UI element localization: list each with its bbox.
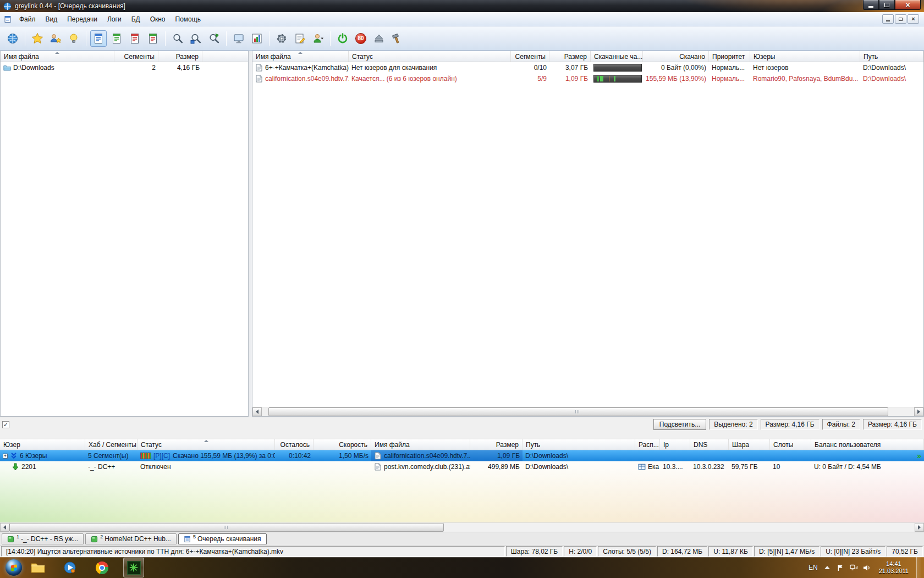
transfers-scrollbar[interactable] bbox=[0, 522, 924, 532]
network-stats-button[interactable] bbox=[249, 30, 265, 47]
network-icon[interactable] bbox=[849, 563, 858, 572]
expand-button[interactable]: + bbox=[3, 454, 8, 459]
transfers-splitter[interactable] bbox=[0, 432, 924, 439]
taskbar-media-player-button[interactable] bbox=[59, 558, 80, 577]
show-desktop-button[interactable] bbox=[916, 557, 921, 578]
column-header[interactable]: Имя файла bbox=[252, 51, 349, 62]
queue-file-row[interactable]: 6+-+Камчатка+(Kamchatka)....Нет юзеров д… bbox=[252, 62, 923, 73]
connect-button[interactable] bbox=[4, 30, 21, 47]
mdi-minimize-button[interactable] bbox=[882, 14, 894, 24]
highlight-button[interactable]: Подсветить... bbox=[653, 419, 707, 430]
window-tab[interactable]: 2HomeNet DC++ Hub... bbox=[85, 533, 177, 544]
column-header[interactable]: Шара bbox=[729, 439, 770, 450]
mdi-close-button[interactable]: × bbox=[908, 14, 919, 24]
status-cell: U: [0][N] 23 Байт/s bbox=[821, 546, 886, 557]
window-tab[interactable]: 1-_- DC++ - RS уж... bbox=[2, 533, 84, 544]
column-header[interactable]: Ip bbox=[660, 439, 690, 450]
column-header[interactable]: Размер bbox=[158, 51, 202, 62]
column-header[interactable]: Юзеры bbox=[750, 51, 860, 62]
column-header[interactable]: Юзер bbox=[0, 439, 85, 450]
away-button[interactable] bbox=[310, 30, 326, 47]
menu-item[interactable]: Передачи bbox=[62, 13, 102, 25]
search-button[interactable] bbox=[169, 30, 186, 47]
column-header[interactable]: Слоты bbox=[770, 439, 811, 450]
power-button[interactable] bbox=[334, 30, 351, 47]
transfer-row[interactable]: +6 Юзеры5 Сегмент(ы)[P][C]Скачано 155,59… bbox=[0, 450, 924, 461]
scroll-left-button[interactable] bbox=[0, 523, 9, 532]
notepad-button[interactable] bbox=[292, 30, 308, 47]
column-header[interactable]: DNS bbox=[690, 439, 729, 450]
queue-footer-stats: Подсветить... Выделено: 2Размер: 4,16 ГБ… bbox=[653, 419, 922, 430]
transfers-view-button[interactable] bbox=[230, 30, 247, 47]
column-header[interactable]: Скачано bbox=[643, 51, 709, 62]
menu-item[interactable]: Помощь bbox=[170, 13, 206, 25]
transfer-row[interactable]: 2201-_- DC++Отключенpost.kvn.comedy.club… bbox=[0, 461, 924, 472]
search-spy-button[interactable] bbox=[206, 30, 222, 47]
quick-connect-button[interactable] bbox=[65, 30, 82, 47]
favorite-hubs-button[interactable] bbox=[29, 30, 46, 47]
column-header[interactable]: Скачанные ча... bbox=[591, 51, 643, 62]
column-header[interactable]: Баланс пользователя bbox=[811, 439, 924, 450]
menu-item[interactable]: Окно bbox=[145, 13, 170, 25]
shutdown-button[interactable] bbox=[389, 30, 405, 47]
close-button[interactable]: × bbox=[895, 0, 921, 10]
column-header[interactable]: Осталось bbox=[275, 439, 314, 450]
search-adl-button[interactable] bbox=[188, 30, 204, 47]
scroll-track[interactable] bbox=[262, 407, 914, 416]
column-header[interactable]: Расп... bbox=[635, 439, 660, 450]
column-header[interactable]: Размер bbox=[549, 51, 591, 62]
limiter-80-button[interactable]: 80 bbox=[353, 30, 369, 47]
scroll-thumb[interactable] bbox=[9, 523, 444, 532]
language-indicator[interactable]: EN bbox=[809, 564, 818, 571]
column-header[interactable]: Сегменты bbox=[114, 51, 158, 62]
column-header[interactable]: Скорость bbox=[314, 439, 371, 450]
cell-path: D:\Downloads\ bbox=[522, 450, 635, 461]
column-header[interactable]: Сегменты bbox=[511, 51, 549, 62]
menu-item[interactable]: Логи bbox=[102, 13, 127, 25]
column-header[interactable]: Приоритет bbox=[709, 51, 750, 62]
column-header[interactable]: Хаб / Сегменты bbox=[85, 439, 138, 450]
clock[interactable]: 14:41 21.03.2011 bbox=[876, 560, 911, 575]
taskbar-greylink-button[interactable] bbox=[123, 558, 144, 577]
restore-button[interactable] bbox=[879, 0, 895, 10]
scroll-right-button[interactable] bbox=[915, 523, 924, 532]
taskbar-explorer-button[interactable] bbox=[28, 558, 48, 577]
action-center-icon[interactable] bbox=[836, 563, 845, 572]
scroll-track[interactable] bbox=[9, 523, 915, 532]
volume-icon[interactable] bbox=[862, 563, 871, 572]
toolbar-separator bbox=[330, 31, 331, 46]
mdi-restore-button[interactable] bbox=[895, 14, 906, 24]
menu-item[interactable]: БД bbox=[127, 13, 145, 25]
menu-item[interactable]: Файл bbox=[14, 13, 41, 25]
column-header[interactable]: Путь bbox=[522, 439, 635, 450]
taskbar-chrome-button[interactable] bbox=[91, 558, 112, 577]
column-header[interactable]: Имя файла bbox=[371, 439, 470, 450]
file-name-label: californication.s04e09.hdtv.7... bbox=[384, 452, 470, 460]
user-label: 6 Юзеры bbox=[20, 452, 47, 460]
column-header[interactable]: Путь bbox=[860, 51, 923, 62]
scroll-thumb[interactable] bbox=[268, 407, 888, 416]
window-tab[interactable]: 5Очередь скачивания bbox=[178, 533, 267, 544]
minimize-button[interactable] bbox=[863, 0, 879, 10]
speed-chevrons-icon: » bbox=[917, 452, 921, 460]
column-header[interactable]: Размер bbox=[470, 439, 522, 450]
column-header[interactable]: Статус bbox=[138, 439, 275, 450]
hidden-icons-icon[interactable] bbox=[823, 563, 832, 572]
queue-file-row[interactable]: californication.s04e09.hdtv.720...Качает… bbox=[252, 73, 923, 84]
download-queue-button[interactable] bbox=[90, 30, 107, 47]
column-header[interactable]: Статус bbox=[349, 51, 511, 62]
scroll-right-button[interactable] bbox=[914, 407, 923, 416]
start-button[interactable] bbox=[6, 559, 22, 576]
scroll-left-button[interactable] bbox=[252, 407, 262, 416]
settings-button[interactable] bbox=[273, 30, 290, 47]
update-button[interactable] bbox=[371, 30, 387, 47]
finished-downloads-button[interactable] bbox=[108, 30, 125, 47]
menu-item[interactable]: Вид bbox=[41, 13, 63, 25]
queue-files-scrollbar[interactable] bbox=[252, 407, 923, 416]
queue-footer-checkbox[interactable]: ✓ bbox=[2, 421, 9, 428]
queue-tree-row[interactable]: D:\Downloads24,16 ГБ bbox=[1, 62, 248, 73]
column-header[interactable]: Имя файла bbox=[1, 51, 114, 62]
favorite-users-button[interactable] bbox=[47, 30, 64, 47]
waiting-users-button[interactable] bbox=[127, 30, 143, 47]
finished-uploads-button[interactable] bbox=[145, 30, 161, 47]
